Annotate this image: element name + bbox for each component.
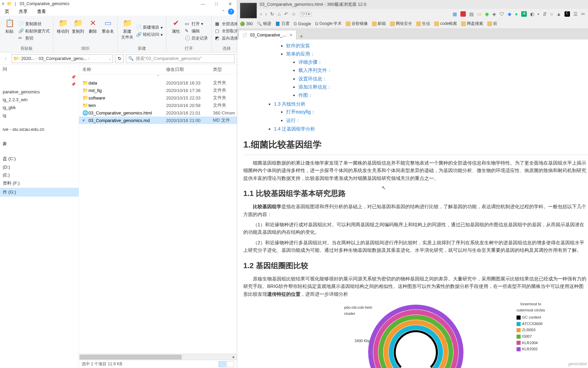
copy-path-button[interactable]: 📄复制路径 xyxy=(18,21,50,27)
ext-icon[interactable]: 🛡 xyxy=(500,11,504,17)
file-row[interactable]: ▾03_Comparative_genomics.md2020/10/16 21… xyxy=(79,117,237,124)
bookmark-item[interactable]: 网络安全 xyxy=(390,21,412,27)
ext-icon[interactable]: ▭ xyxy=(477,11,481,17)
easy-access-button[interactable]: 🔗轻松访问 ▾ xyxy=(136,32,163,37)
properties-button[interactable]: ✔属性 xyxy=(168,17,183,45)
ext-icon[interactable]: ● xyxy=(515,11,518,17)
edit-button[interactable]: ✎编辑 xyxy=(185,28,208,34)
toc-link[interactable]: 打开easyfig： xyxy=(286,109,315,114)
scroll-thumb[interactable] xyxy=(80,355,182,359)
toc-link[interactable]: 软件的安装 xyxy=(286,43,310,48)
browser-tab[interactable]: 📄 03_Comparative_genomic ✕ xyxy=(239,30,296,40)
ext-icon[interactable]: ◐ xyxy=(530,11,534,17)
address-bar[interactable]: 📁 › 2020... › 03_Comparative_geno... › ⌄ xyxy=(12,54,113,63)
history-button[interactable]: 🕘历史记录 xyxy=(185,35,208,41)
toc-link[interactable]: 运行： xyxy=(286,118,300,123)
toc-link[interactable]: 作图： xyxy=(298,92,313,98)
scroll-right-icon[interactable]: ► xyxy=(231,354,237,360)
nav-back-icon[interactable]: ‹ xyxy=(260,11,262,17)
bookmark-item[interactable]: 🔍秘迹 xyxy=(257,21,271,27)
toc-link[interactable]: 简单的应用： xyxy=(286,51,315,57)
horizontal-scrollbar[interactable]: ◄ ► xyxy=(79,354,237,360)
avatar[interactable] xyxy=(240,3,257,18)
reload-icon[interactable]: ↻ xyxy=(270,11,274,17)
undo-icon[interactable]: ↶ xyxy=(284,11,288,17)
bookmark-item[interactable]: GGoogle 学术 xyxy=(315,21,342,27)
nav-up-icon[interactable]: ↑ xyxy=(2,55,10,62)
sidebar-item[interactable]: 盘 (C:) xyxy=(0,154,79,163)
ext-icon[interactable]: C xyxy=(565,11,570,17)
open-button[interactable]: ▭打开 ▾ xyxy=(185,21,208,27)
moveto-button[interactable]: 📁移动到 xyxy=(55,17,70,45)
toc-link[interactable]: 载入序列文件： xyxy=(298,67,332,73)
new-item-button[interactable]: 📄新建项目 ▾ xyxy=(136,25,163,30)
col-date[interactable]: 修改日期 xyxy=(166,66,213,73)
bookmark-item[interactable]: 生信 xyxy=(416,21,430,27)
bookmark-item[interactable]: GGoogle xyxy=(294,21,311,26)
cut-button[interactable]: ✂剪切 xyxy=(18,35,50,41)
view-details-button[interactable] xyxy=(218,361,226,367)
bookmark-item[interactable]: 网盘搜索 xyxy=(461,21,483,27)
collapse-ribbon-icon[interactable]: ⌃ xyxy=(219,9,228,14)
tab-share[interactable]: 共享 xyxy=(14,9,32,15)
collapse-icon[interactable]: ⌃ xyxy=(79,74,237,79)
tab-home[interactable]: 页 xyxy=(0,9,14,15)
ext-icon[interactable]: ▦ xyxy=(453,11,457,17)
ext-icon[interactable]: ⇵ xyxy=(543,11,547,17)
bookmark-item[interactable]: 邮箱 xyxy=(372,21,386,27)
toc-link[interactable]: 1.4 泛基因组学分析 xyxy=(274,126,315,132)
ext-icon[interactable]: ▪ xyxy=(538,11,539,17)
toc-link[interactable]: 设置环信息： xyxy=(298,76,327,81)
new-folder-button[interactable]: 📁新建 文件夹 xyxy=(120,17,135,45)
bookmark-item[interactable]: code检索 xyxy=(434,21,457,27)
ext-icon[interactable]: ☰ xyxy=(573,11,578,17)
ext-icon[interactable]: ▤ xyxy=(469,11,474,17)
new-tab-button[interactable]: + xyxy=(296,33,306,40)
select-none-button[interactable]: ▢全部取消 xyxy=(215,28,238,34)
tab-view[interactable]: 查看 xyxy=(32,9,51,15)
sidebar-item[interactable]: ig xyxy=(0,111,79,119)
view-icons-button[interactable] xyxy=(227,361,234,367)
bookmark-item[interactable]: 谷歌镜像 xyxy=(346,21,368,27)
ext-icon[interactable]: ○ xyxy=(550,11,553,17)
file-row[interactable]: 🌐03_Comparative_genomics.html2020/10/16 … xyxy=(79,109,237,117)
ext-icon[interactable]: ✂ xyxy=(581,11,585,17)
delete-button[interactable]: ✕删除 xyxy=(85,17,100,45)
select-all-button[interactable]: ▦全部选择 xyxy=(215,21,238,27)
paste-shortcut-button[interactable]: 🔗粘贴快捷方式 xyxy=(18,28,50,34)
file-row[interactable]: 📁md_fig2020/10/16 17:38文件夹 xyxy=(79,87,237,94)
ext-icon[interactable]: 译 xyxy=(521,11,527,17)
toc-link[interactable]: 1.3 共线性分析 xyxy=(274,101,306,107)
rename-button[interactable]: ▭重命名 xyxy=(100,17,115,45)
bookmark-item[interactable]: 📘百度 xyxy=(275,21,290,27)
toc-link[interactable]: 添加注释信息： xyxy=(298,84,332,90)
dropdown-icon[interactable]: ⌄ xyxy=(109,57,111,60)
sidebar-item[interactable]: 资料 (F:) xyxy=(0,179,79,188)
sidebar-item[interactable]: 作 (G:) xyxy=(0,188,79,197)
close-button[interactable]: ✕ xyxy=(223,1,237,6)
sidebar-item[interactable]: ig_2.2.3_win xyxy=(0,96,79,104)
sidebar-item[interactable]: 📌 xyxy=(0,81,79,88)
sidebar-item[interactable]: (E:) xyxy=(0,171,79,179)
copyto-button[interactable]: 📁复制到 xyxy=(70,17,85,45)
col-type[interactable]: 类型 xyxy=(213,66,237,73)
nav-forward-icon[interactable]: › xyxy=(265,11,267,17)
bookmark-item[interactable]: 前 xyxy=(487,21,497,27)
sidebar-item[interactable]: ig_gbk xyxy=(0,104,79,111)
maximize-button[interactable]: □ xyxy=(210,1,223,6)
sidebar-item[interactable]: 象 xyxy=(0,139,79,148)
paste-button[interactable]: 📋粘贴 xyxy=(2,17,17,45)
file-row[interactable]: 📁data2020/10/16 16:33文件夹 xyxy=(79,79,237,87)
refresh-button[interactable]: ↻ xyxy=(115,54,124,63)
star-icon[interactable]: ☆ xyxy=(292,11,296,17)
sidebar-item[interactable]: parative_genomics xyxy=(0,88,79,96)
ext-icon[interactable]: ◉ xyxy=(485,11,489,17)
col-name[interactable]: 名称 xyxy=(82,66,166,73)
ext-icon[interactable]: ▲ xyxy=(556,11,561,17)
sidebar-item[interactable]: (D:) xyxy=(0,163,79,171)
search-input[interactable]: 🔍 搜索"03_Comparative_genomics" xyxy=(126,54,235,63)
shield-icon[interactable]: 🛡 f ▾ xyxy=(299,12,312,17)
minimize-button[interactable]: — xyxy=(196,1,210,6)
sidebar-item[interactable]: 📌 xyxy=(0,74,79,81)
help-icon[interactable]: ? xyxy=(228,9,234,15)
